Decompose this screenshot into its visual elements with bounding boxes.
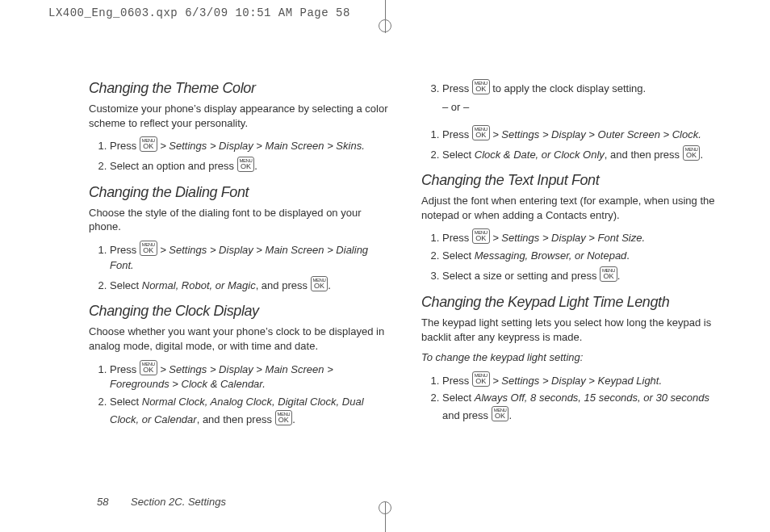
text: Press: [442, 128, 472, 140]
text: Press: [442, 375, 472, 387]
print-trim-header: LX400_Eng_0603.qxp 6/3/09 10:51 AM Page …: [48, 6, 350, 19]
path: > Settings > Display > Main Screen > Ski…: [157, 140, 365, 152]
text: .: [626, 249, 630, 262]
heading-keypad-light: Changing the Keypad Light Time Length: [421, 294, 722, 311]
menu-ok-icon: MENUOK: [492, 406, 509, 421]
crop-mark-top: [385, 0, 386, 19]
text: .: [508, 409, 512, 421]
left-column: Changing the Theme Color Customize your …: [89, 77, 389, 438]
text: Press: [442, 232, 472, 244]
step-theme-2: Select an option and press MENUOK.: [110, 157, 389, 174]
menu-ok-icon: MENUOK: [140, 241, 157, 256]
text: Select: [110, 396, 142, 408]
menu-ok-icon: MENUOK: [140, 136, 157, 152]
text: .: [328, 279, 331, 291]
menu-ok-icon: MENUOK: [683, 145, 701, 161]
text: to apply the clock display setting.: [490, 82, 647, 94]
path: > Settings > Display > Keypad Light.: [490, 375, 663, 387]
step-clock-1: Press MENUOK > Settings > Display > Main…: [110, 360, 389, 393]
text: Select: [442, 249, 475, 262]
step-text-3: Select a size or setting and press MENUO…: [442, 266, 722, 284]
steps-theme: Press MENUOK > Settings > Display > Main…: [89, 136, 389, 174]
text: Press: [110, 140, 140, 152]
text: and press: [442, 409, 492, 421]
step-outer-1: Press MENUOK > Settings > Display > Oute…: [442, 125, 722, 143]
text: Select an option and press: [110, 160, 237, 172]
path: > Settings > Display > Outer Screen > Cl…: [490, 128, 701, 140]
text: Select: [442, 392, 475, 404]
text: .: [617, 270, 621, 282]
step-clock-3: Press MENUOK to apply the clock display …: [442, 79, 722, 115]
crop-mark-bottom: [385, 514, 386, 532]
step-outer-2: Select Clock & Date, or Clock Only, and …: [442, 145, 722, 163]
text: Press: [110, 363, 140, 375]
para-theme-intro: Customize your phone’s display appearanc…: [89, 102, 389, 130]
text: , and then press: [605, 149, 683, 161]
menu-ok-icon: MENUOK: [472, 228, 490, 244]
heading-theme-color: Changing the Theme Color: [89, 80, 389, 97]
text: Select a size or setting and press: [442, 270, 600, 282]
menu-ok-icon: MENUOK: [472, 125, 490, 140]
or-divider: – or –: [442, 100, 722, 115]
step-dialing-2: Select Normal, Robot, or Magic, and pres…: [110, 276, 389, 294]
page-number: 58: [97, 496, 108, 508]
options: Always Off, 8 seconds, 15 seconds, or 30…: [475, 392, 709, 404]
para-clock-intro: Choose whether you want your phone’s clo…: [89, 325, 389, 353]
text: Press: [442, 82, 472, 94]
steps-clock-cont: Press MENUOK to apply the clock display …: [421, 79, 722, 115]
steps-dialing: Press MENUOK > Settings > Display > Main…: [89, 241, 389, 294]
content-columns: Changing the Theme Color Customize your …: [40, 32, 746, 438]
right-column: Press MENUOK to apply the clock display …: [421, 77, 722, 438]
step-text-2: Select Messaging, Browser, or Notepad.: [442, 249, 722, 264]
page-footer: 58 Section 2C. Settings: [97, 496, 226, 508]
menu-ok-icon: MENUOK: [275, 410, 293, 425]
step-keypad-2: Select Always Off, 8 seconds, 15 seconds…: [442, 391, 722, 424]
step-dialing-1: Press MENUOK > Settings > Display > Main…: [110, 241, 389, 274]
page-frame: Changing the Theme Color Customize your …: [40, 32, 746, 500]
heading-clock-display: Changing the Clock Display: [89, 303, 389, 320]
text: Select: [442, 149, 475, 161]
step-keypad-1: Press MENUOK > Settings > Display > Keyp…: [442, 371, 722, 389]
menu-ok-icon: MENUOK: [600, 266, 617, 282]
para-dialing-intro: Choose the style of the dialing font to …: [89, 206, 389, 234]
steps-clock: Press MENUOK > Settings > Display > Main…: [89, 360, 389, 428]
text: .: [292, 413, 295, 425]
menu-ok-icon: MENUOK: [311, 276, 329, 291]
text: Press: [110, 244, 140, 256]
crop-register-top: [379, 19, 391, 32]
text: , and then press: [197, 413, 275, 425]
text: .: [254, 160, 257, 172]
steps-keypad: Press MENUOK > Settings > Display > Keyp…: [421, 371, 722, 425]
menu-ok-icon: MENUOK: [472, 79, 490, 94]
step-theme-1: Press MENUOK > Settings > Display > Main…: [110, 136, 389, 154]
text: Select: [110, 279, 142, 291]
text: .: [700, 149, 703, 161]
path: > Settings > Display > Font Size.: [490, 232, 646, 244]
crop-register-bottom: [379, 501, 391, 514]
text: , and press: [256, 279, 311, 291]
steps-text-font: Press MENUOK > Settings > Display > Font…: [421, 228, 722, 284]
heading-dialing-font: Changing the Dialing Font: [89, 184, 389, 201]
para-text-font-intro: Adjust the font when entering text (for …: [421, 194, 722, 222]
step-text-1: Press MENUOK > Settings > Display > Font…: [442, 228, 722, 246]
step-clock-2: Select Normal Clock, Analog Clock, Digit…: [110, 395, 389, 428]
options: Clock & Date, or Clock Only: [475, 149, 605, 161]
para-keypad-sub: To change the keypad light setting:: [421, 350, 722, 365]
options: Normal, Robot, or Magic: [142, 279, 256, 291]
heading-text-input-font: Changing the Text Input Font: [421, 172, 722, 189]
menu-ok-icon: MENUOK: [140, 360, 157, 375]
options: Messaging, Browser, or Notepad: [475, 249, 627, 262]
section-label: Section 2C. Settings: [131, 496, 226, 508]
para-keypad-intro: The keypad light setting lets you select…: [421, 316, 722, 344]
menu-ok-icon: MENUOK: [237, 157, 255, 172]
menu-ok-icon: MENUOK: [472, 371, 490, 387]
steps-outer-clock: Press MENUOK > Settings > Display > Oute…: [421, 125, 722, 163]
